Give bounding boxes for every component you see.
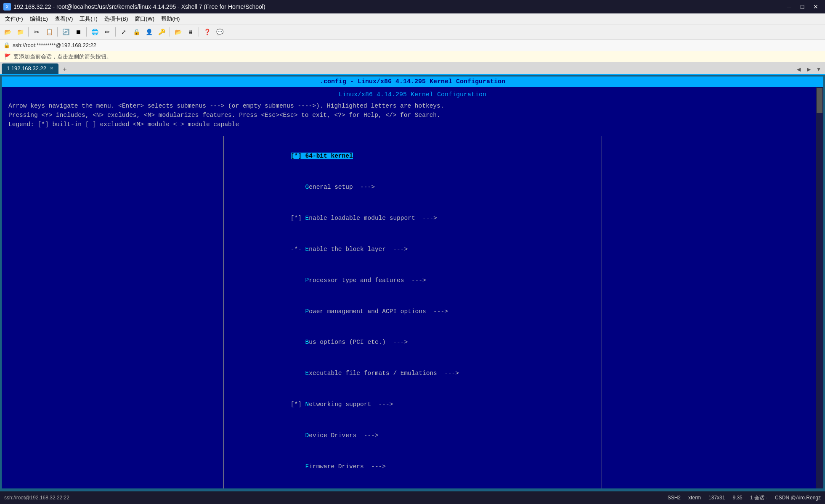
tab-label: 1 192.168.32.22 <box>7 65 46 71</box>
status-right: SSH2 xterm 137x31 9,35 1 会话 - CSDN @Airo… <box>668 494 821 501</box>
toolbar-key[interactable]: 🔑 <box>156 26 167 38</box>
window-title: 192.168.32.22 - root@localhost:/usr/src/… <box>13 3 265 10</box>
menu-item-exec-formats[interactable]: Executable file formats / Emulations ---… <box>232 358 593 389</box>
status-dimensions: 137x31 <box>708 495 725 501</box>
instruction-line-1: Arrow keys navigate the menu. <Enter> se… <box>8 102 817 111</box>
menu-item-prefix-0 <box>261 153 291 159</box>
tab-bar: 1 192.168.32.22 ✕ + ◀ ▶ ▼ <box>0 62 825 75</box>
toolbar-cut[interactable]: ✂ <box>31 26 42 38</box>
tab-session-1[interactable]: 1 192.168.32.22 ✕ <box>2 63 58 74</box>
toolbar-user[interactable]: 👤 <box>143 26 155 38</box>
menu-item-device-drivers[interactable]: Device Drivers ---> <box>232 420 593 451</box>
status-cursor-pos: 9,35 <box>732 495 742 501</box>
flag-icon: 🚩 <box>4 53 11 60</box>
toolbar-expand[interactable]: ⤢ <box>118 26 130 38</box>
menu-item-loadable-module[interactable]: [*] Enable loadable module support ---> <box>232 203 593 234</box>
instruction-line-2: Pressing <Y> includes, <N> excludes, <M>… <box>8 111 817 120</box>
status-address: ssh://root@192.168.32.22:22 <box>4 495 69 501</box>
menu-file[interactable]: 文件(F) <box>2 13 27 24</box>
status-brand: CSDN @Airo.Rengz <box>775 495 821 501</box>
menu-tabs[interactable]: 选项卡(B) <box>101 13 131 24</box>
toolbar-copy[interactable]: 📋 <box>43 26 55 38</box>
kernel-config-title: Linux/x86 4.14.295 Kernel Configuration <box>8 91 817 98</box>
instruction-line-3: Legend: [*] built-in [ ] excluded <M> mo… <box>8 120 817 129</box>
status-protocol: SSH2 <box>668 495 681 501</box>
notif-text: 要添加当前会话，点击左侧的箭头按钮。 <box>13 53 112 61</box>
menu-item-file-systems[interactable]: File systems ---> <box>232 482 593 488</box>
scrollbar-thumb[interactable] <box>817 88 822 113</box>
toolbar-refresh[interactable]: 🔄 <box>60 26 72 38</box>
toolbar-lock[interactable]: 🔒 <box>130 26 142 38</box>
toolbar-pencil[interactable]: ✏ <box>101 26 113 38</box>
toolbar-sep-5 <box>170 27 170 37</box>
tab-prev-button[interactable]: ◀ <box>794 65 803 74</box>
toolbar-screen[interactable]: 🖥 <box>185 26 196 38</box>
menu-item-firmware-drivers[interactable]: Firmware Drivers ---> <box>232 451 593 482</box>
menu-window[interactable]: 窗口(W) <box>131 13 158 24</box>
menu-item-networking[interactable]: [*] Networking support ---> <box>232 389 593 420</box>
menu-bar: 文件(F) 编辑(E) 查看(V) 工具(T) 选项卡(B) 窗口(W) 帮助(… <box>0 13 825 24</box>
close-button[interactable]: ✕ <box>810 2 822 11</box>
config-title-bar: .config - Linux/x86 4.14.295 Kernel Conf… <box>2 77 823 87</box>
toolbar-folder2[interactable]: 📂 <box>172 26 184 38</box>
status-bar: ssh://root@192.168.32.22:22 SSH2 xterm 1… <box>0 491 825 504</box>
menu-item-block-layer[interactable]: -*- Enable the block layer ---> <box>232 234 593 265</box>
tab-next-button[interactable]: ▶ <box>804 65 813 74</box>
toolbar-help[interactable]: ❓ <box>201 26 213 38</box>
minimize-button[interactable]: ─ <box>783 2 795 11</box>
menu-item-general-setup[interactable]: General setup ---> <box>232 172 593 203</box>
tab-menu-button[interactable]: ▼ <box>814 65 823 74</box>
status-sessions: 1 会话 - <box>750 494 767 501</box>
config-title-text: .config - Linux/x86 4.14.295 Kernel Conf… <box>320 78 505 85</box>
tab-add-button[interactable]: + <box>60 65 69 74</box>
toolbar-sep-3 <box>86 27 87 37</box>
address-text: ssh://root:*********@192.168.22:22 <box>13 42 96 48</box>
menu-item-bus-options[interactable]: Bus options (PCI etc.) ---> <box>232 327 593 358</box>
scrollbar[interactable] <box>816 87 823 488</box>
toolbar-sep-2 <box>57 27 58 37</box>
tab-navigation: ◀ ▶ ▼ <box>794 65 823 74</box>
menu-item-power-mgmt[interactable]: Power management and ACPI options ---> <box>232 296 593 327</box>
toolbar-stop[interactable]: ⏹ <box>72 26 84 38</box>
app-icon: X <box>3 3 11 11</box>
toolbar-chat[interactable]: 💬 <box>214 26 225 38</box>
notification-bar: 🚩 要添加当前会话，点击左侧的箭头按钮。 <box>0 51 825 62</box>
status-terminal-type: xterm <box>688 495 701 501</box>
instructions: Arrow keys navigate the menu. <Enter> se… <box>8 102 817 129</box>
address-bar: 🔒 ssh://root:*********@192.168.22:22 <box>0 40 825 51</box>
title-bar: X 192.168.32.22 - root@localhost:/usr/sr… <box>0 0 825 13</box>
toolbar-sep-4 <box>115 27 116 37</box>
menu-item-64bit[interactable]: [*] 64-bit kernel <box>232 140 593 172</box>
lock-icon: 🔒 <box>3 42 10 48</box>
toolbar: 📂 📁 ✂ 📋 🔄 ⏹ 🌐 ✏ ⤢ 🔒 👤 🔑 📂 🖥 ❓ 💬 <box>0 24 825 40</box>
menu-help[interactable]: 帮助(H) <box>158 13 183 24</box>
menu-view[interactable]: 查看(V) <box>51 13 76 24</box>
toolbar-open[interactable]: 📁 <box>14 26 26 38</box>
toolbar-new-session[interactable]: 📂 <box>2 26 13 38</box>
menu-tools[interactable]: 工具(T) <box>76 13 101 24</box>
terminal-container: .config - Linux/x86 4.14.295 Kernel Conf… <box>0 75 825 491</box>
maximize-button[interactable]: □ <box>796 2 808 11</box>
terminal-main[interactable]: Linux/x86 4.14.295 Kernel Configuration … <box>2 87 823 488</box>
toolbar-sep-1 <box>28 27 29 37</box>
menu-item-label-0: [*] 64-bit kernel <box>291 153 353 159</box>
menu-edit[interactable]: 编辑(E) <box>27 13 51 24</box>
menu-box: [*] 64-bit kernel General setup ---> [*]… <box>223 136 602 488</box>
toolbar-globe[interactable]: 🌐 <box>89 26 101 38</box>
tab-close-button[interactable]: ✕ <box>50 66 53 71</box>
menu-item-processor[interactable]: Processor type and features ---> <box>232 265 593 296</box>
toolbar-sep-6 <box>199 27 199 37</box>
